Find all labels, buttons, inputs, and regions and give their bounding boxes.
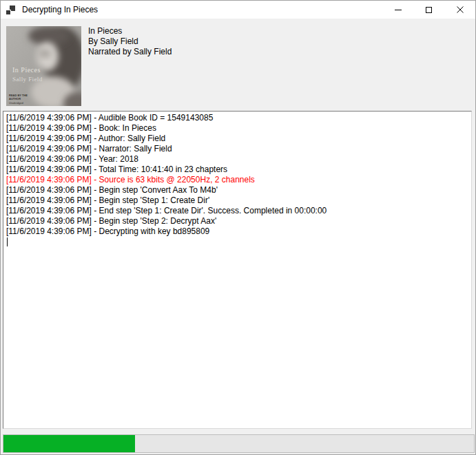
cover-edition-text: Unabridged: [9, 101, 23, 105]
cover-title-text: In Pieces: [12, 66, 41, 74]
title-bar[interactable]: Decrypting In Pieces: [1, 1, 475, 19]
caret-line: [6, 237, 468, 247]
progress-fill: [3, 435, 135, 452]
log-line: [11/6/2019 4:39:06 PM] - Decrypting with…: [6, 226, 468, 237]
log-line: [11/6/2019 4:39:06 PM] - Total Time: 10:…: [6, 165, 468, 175]
log-line: [11/6/2019 4:39:06 PM] - Audible Book ID…: [6, 113, 468, 123]
close-button[interactable]: [444, 1, 475, 19]
log-line: [11/6/2019 4:39:06 PM] - End step 'Step …: [6, 206, 468, 216]
log-line: [11/6/2019 4:39:06 PM] - Begin step 'Ste…: [6, 216, 468, 226]
window-title: Decrypting In Pieces: [22, 5, 98, 14]
cover-readby-text: READ BY THE AUTHOR: [9, 94, 30, 100]
log-line: [11/6/2019 4:39:06 PM] - Narrator: Sally…: [6, 144, 468, 154]
log-line: [11/6/2019 4:39:06 PM] - Source is 63 kb…: [6, 175, 468, 185]
book-author: By Sally Field: [88, 36, 172, 47]
book-info: In Pieces By Sally Field Narrated by Sal…: [88, 26, 172, 57]
progress-bar: [3, 434, 475, 453]
book-narrator: Narrated by Sally Field: [88, 47, 172, 57]
log-line: [11/6/2019 4:39:06 PM] - Year: 2018: [6, 154, 468, 165]
close-icon: [457, 6, 464, 13]
maximize-button[interactable]: [413, 1, 444, 19]
app-window: Decrypting In Pieces: [0, 0, 476, 455]
log-line: [11/6/2019 4:39:06 PM] - Author: Sally F…: [6, 134, 468, 144]
log-textbox[interactable]: [11/6/2019 4:39:06 PM] - Audible Book ID…: [3, 111, 472, 429]
log-line: [11/6/2019 4:39:06 PM] - Book: In Pieces: [6, 123, 468, 134]
log-line: [11/6/2019 4:39:06 PM] - Begin step 'Ste…: [6, 195, 468, 206]
log-line: [11/6/2019 4:39:06 PM] - Begin step 'Con…: [6, 185, 468, 195]
maximize-icon: [426, 7, 432, 13]
book-cover-image: In Pieces Sally Field READ BY THE AUTHOR…: [6, 26, 81, 106]
app-icon: [6, 6, 15, 14]
minimize-button[interactable]: [382, 1, 413, 19]
book-title: In Pieces: [88, 26, 172, 36]
text-caret: [7, 237, 8, 246]
minimize-icon: [395, 10, 402, 10]
cover-author-text: Sally Field: [12, 76, 43, 83]
